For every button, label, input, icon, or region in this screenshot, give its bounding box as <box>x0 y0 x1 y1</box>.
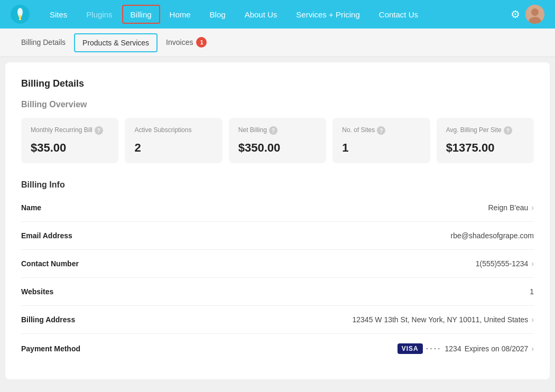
card-label-monthly: Monthly Recurring Bill ? <box>31 126 109 135</box>
help-icon-sites[interactable]: ? <box>377 126 385 135</box>
nav-sites[interactable]: Sites <box>40 0 77 29</box>
label-contact: Contact Number <box>21 259 79 268</box>
visa-badge: VISA <box>397 343 423 354</box>
chevron-icon-contact: › <box>531 259 534 268</box>
svg-point-1 <box>17 8 23 16</box>
value-payment: VISA ···· 1234 Expires on 08/2027 › <box>397 343 534 354</box>
svg-point-5 <box>531 8 539 16</box>
card-active-subscriptions: Active Subscriptions 2 <box>125 118 222 163</box>
nav-home[interactable]: Home <box>160 0 200 29</box>
settings-icon[interactable]: ⚙ <box>511 8 520 21</box>
value-websites: 1 <box>530 287 534 296</box>
value-name: Reign B'eau › <box>488 203 534 212</box>
nav-blog[interactable]: Blog <box>200 0 235 29</box>
card-value-monthly: $35.00 <box>31 141 109 155</box>
label-billing-address: Billing Address <box>21 315 75 324</box>
chevron-icon-payment: › <box>531 344 534 353</box>
page-title: Billing Details <box>21 78 534 89</box>
card-label-subscriptions: Active Subscriptions <box>134 126 212 135</box>
label-name: Name <box>21 203 41 212</box>
card-avg-billing: Avg. Billing Per Site ? $1375.00 <box>437 118 534 163</box>
nav-services[interactable]: Services + Pricing <box>286 0 369 29</box>
help-icon-avg[interactable]: ? <box>504 126 512 135</box>
info-row-payment[interactable]: Payment Method VISA ···· 1234 Expires on… <box>21 334 534 363</box>
sub-navigation: Billing Details Products & Services Invo… <box>0 29 555 57</box>
chevron-icon-name: › <box>531 203 534 212</box>
nav-billing[interactable]: Billing <box>122 5 160 24</box>
help-icon-monthly[interactable]: ? <box>95 126 103 135</box>
invoices-badge: 1 <box>196 37 207 48</box>
card-label-sites: No. of Sites ? <box>342 126 420 135</box>
card-value-subscriptions: 2 <box>134 141 212 155</box>
billing-info-title: Billing Info <box>21 180 534 190</box>
info-row-billing-address[interactable]: Billing Address 12345 W 13th St, New Yor… <box>21 306 534 334</box>
card-value-net: $350.00 <box>238 141 317 155</box>
card-expiry: Expires on 08/2027 <box>465 344 529 353</box>
nav-plugins[interactable]: Plugins <box>77 0 122 29</box>
value-email: rbe@shadesofgrape.com <box>451 231 534 240</box>
card-net-billing: Net Billing ? $350.00 <box>229 118 326 163</box>
value-billing-address: 12345 W 13th St, New York, NY 10011, Uni… <box>352 315 534 324</box>
logo[interactable] <box>11 5 30 24</box>
subnav-invoices[interactable]: Invoices 1 <box>158 29 215 57</box>
label-payment: Payment Method <box>21 344 80 353</box>
info-row-name[interactable]: Name Reign B'eau › <box>21 194 534 222</box>
subnav-products-services[interactable]: Products & Services <box>74 33 158 52</box>
nav-right: ⚙ <box>511 5 544 24</box>
label-email: Email Address <box>21 231 72 240</box>
nav-links: Sites Plugins Billing Home Blog About Us… <box>40 0 511 29</box>
help-icon-net[interactable]: ? <box>269 126 278 135</box>
billing-overview-label: Billing Overview <box>21 100 534 109</box>
label-websites: Websites <box>21 287 53 296</box>
card-label-net: Net Billing ? <box>238 126 317 135</box>
info-row-contact[interactable]: Contact Number 1(555)555-1234 › <box>21 250 534 278</box>
value-contact: 1(555)555-1234 › <box>476 259 534 268</box>
info-row-email: Email Address rbe@shadesofgrape.com <box>21 222 534 250</box>
card-no-of-sites: No. of Sites ? 1 <box>332 118 430 163</box>
chevron-icon-address: › <box>531 315 534 324</box>
top-navigation: Sites Plugins Billing Home Blog About Us… <box>0 0 555 29</box>
main-content: Billing Details Billing Overview Monthly… <box>5 62 550 379</box>
svg-rect-3 <box>19 18 21 20</box>
info-row-websites: Websites 1 <box>21 278 534 306</box>
billing-overview-cards: Monthly Recurring Bill ? $35.00 Active S… <box>21 118 534 163</box>
card-value-sites: 1 <box>342 141 420 155</box>
nav-about[interactable]: About Us <box>235 0 287 29</box>
card-last4: 1234 <box>445 344 461 353</box>
avatar[interactable] <box>525 5 544 24</box>
subnav-billing-details[interactable]: Billing Details <box>13 29 74 57</box>
card-label-avg: Avg. Billing Per Site ? <box>446 126 524 135</box>
card-monthly-recurring: Monthly Recurring Bill ? $35.00 <box>21 118 118 163</box>
card-dots: ···· <box>426 344 442 353</box>
card-value-avg: $1375.00 <box>446 141 524 155</box>
nav-contact[interactable]: Contact Us <box>369 0 428 29</box>
